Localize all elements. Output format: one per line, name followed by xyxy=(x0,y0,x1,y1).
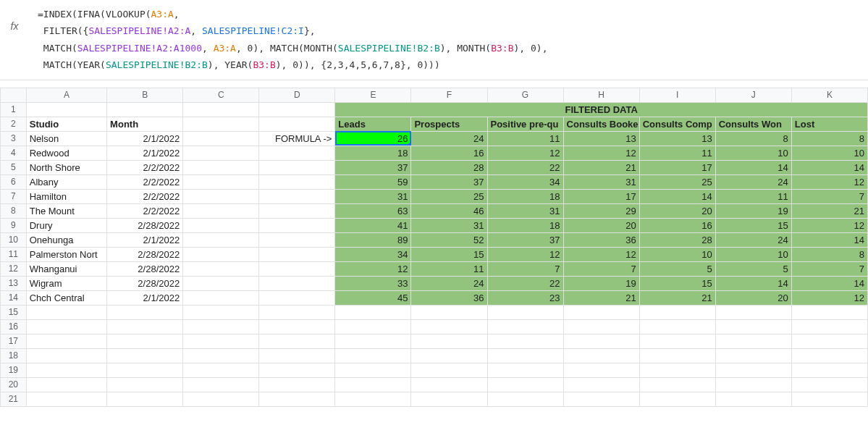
cell-studio[interactable]: Redwood xyxy=(26,146,106,160)
cell-data[interactable]: 45 xyxy=(335,290,411,305)
row-number[interactable]: 18 xyxy=(1,348,27,363)
col-header[interactable]: H xyxy=(563,88,639,102)
cell[interactable] xyxy=(183,247,259,261)
cell-data[interactable]: 15 xyxy=(715,218,791,232)
cell-studio[interactable]: Onehunga xyxy=(26,232,106,247)
cell-data[interactable]: 14 xyxy=(791,160,867,174)
cell-data[interactable]: 20 xyxy=(715,290,791,305)
cell[interactable] xyxy=(259,160,335,174)
cell-data[interactable]: 36 xyxy=(411,290,487,305)
cell-studio[interactable]: Wigram xyxy=(26,276,106,290)
row-number[interactable]: 11 xyxy=(1,247,27,261)
cell[interactable] xyxy=(107,348,183,363)
header-positive-pre-qu[interactable]: Positive pre-qu xyxy=(487,117,563,131)
cell-data[interactable]: 10 xyxy=(715,146,791,160)
cell[interactable] xyxy=(639,377,715,392)
cell-data[interactable]: 16 xyxy=(411,146,487,160)
cell[interactable] xyxy=(335,348,411,363)
cell-studio[interactable]: North Shore xyxy=(26,160,106,174)
cell[interactable] xyxy=(487,305,563,319)
header-prospects[interactable]: Prospects xyxy=(411,117,487,131)
cell-data[interactable]: 63 xyxy=(335,203,411,218)
cell[interactable] xyxy=(183,377,259,392)
cell[interactable] xyxy=(259,189,335,203)
cell[interactable] xyxy=(183,203,259,218)
cell-data[interactable]: 18 xyxy=(335,146,411,160)
cell-data[interactable]: 11 xyxy=(715,189,791,203)
cell-data[interactable]: 8 xyxy=(791,247,867,261)
cell[interactable] xyxy=(183,392,259,406)
cell[interactable] xyxy=(183,131,259,146)
row-number[interactable]: 19 xyxy=(1,363,27,377)
cell-data[interactable]: 37 xyxy=(411,174,487,189)
cell[interactable] xyxy=(335,377,411,392)
cell-data[interactable]: 31 xyxy=(411,218,487,232)
cell-data[interactable]: 24 xyxy=(411,276,487,290)
cell[interactable] xyxy=(715,392,791,406)
formula-text[interactable]: =INDEX(IFNA(VLOOKUP(A3:A, FILTER({SALESP… xyxy=(29,6,868,74)
cell-data[interactable]: 31 xyxy=(563,174,639,189)
cell-data[interactable]: 15 xyxy=(639,276,715,290)
row-number[interactable]: 15 xyxy=(1,305,27,319)
cell-data[interactable]: 18 xyxy=(487,189,563,203)
cell-data[interactable]: 14 xyxy=(715,160,791,174)
cell[interactable] xyxy=(715,363,791,377)
cell-month[interactable]: 2/2/2022 xyxy=(107,203,183,218)
cell[interactable] xyxy=(715,377,791,392)
cell[interactable] xyxy=(563,319,639,334)
cell-data[interactable]: 13 xyxy=(563,131,639,146)
col-header[interactable]: F xyxy=(411,88,487,102)
cell[interactable] xyxy=(791,377,867,392)
formula-arrow-label[interactable]: FORMULA -> xyxy=(259,131,335,146)
row-number[interactable]: 20 xyxy=(1,377,27,392)
cell-data[interactable]: 7 xyxy=(563,261,639,276)
row-number[interactable]: 3 xyxy=(1,131,27,146)
cell-month[interactable]: 2/1/2022 xyxy=(107,290,183,305)
row-number[interactable]: 7 xyxy=(1,189,27,203)
cell-studio[interactable]: Hamilton xyxy=(26,189,106,203)
row-number[interactable]: 14 xyxy=(1,290,27,305)
cell[interactable] xyxy=(183,348,259,363)
cell-data[interactable]: 8 xyxy=(715,131,791,146)
cell[interactable] xyxy=(411,392,487,406)
cell[interactable] xyxy=(259,290,335,305)
cell[interactable] xyxy=(259,392,335,406)
cell-data[interactable]: 14 xyxy=(715,276,791,290)
cell[interactable] xyxy=(715,334,791,348)
cell[interactable] xyxy=(26,102,106,117)
row-number[interactable]: 2 xyxy=(1,117,27,131)
cell-data[interactable]: 12 xyxy=(563,247,639,261)
header-studio[interactable]: Studio xyxy=(26,117,106,131)
cell[interactable] xyxy=(487,392,563,406)
cell-data[interactable]: 37 xyxy=(487,232,563,247)
cell-month[interactable]: 2/28/2022 xyxy=(107,261,183,276)
col-header[interactable]: A xyxy=(26,88,106,102)
cell-data[interactable]: 12 xyxy=(563,146,639,160)
spreadsheet-grid[interactable]: A B C D E F G H I J K 1FILTERED DATA2Stu… xyxy=(0,88,868,407)
cell[interactable] xyxy=(715,348,791,363)
cell[interactable] xyxy=(335,334,411,348)
cell-data[interactable]: 34 xyxy=(487,174,563,189)
cell-data[interactable]: 31 xyxy=(487,203,563,218)
cell[interactable] xyxy=(791,305,867,319)
cell-studio[interactable]: Albany xyxy=(26,174,106,189)
cell[interactable] xyxy=(411,305,487,319)
cell-studio[interactable]: Drury xyxy=(26,218,106,232)
cell[interactable] xyxy=(791,348,867,363)
cell-data[interactable]: 12 xyxy=(791,290,867,305)
cell[interactable] xyxy=(259,276,335,290)
cell[interactable] xyxy=(183,174,259,189)
cell-data[interactable]: 17 xyxy=(639,160,715,174)
cell-data[interactable]: 29 xyxy=(563,203,639,218)
col-header[interactable]: J xyxy=(715,88,791,102)
cell[interactable] xyxy=(26,334,106,348)
cell[interactable] xyxy=(639,363,715,377)
cell[interactable] xyxy=(639,392,715,406)
cell-data[interactable]: 10 xyxy=(791,146,867,160)
formula-bar[interactable]: fx =INDEX(IFNA(VLOOKUP(A3:A, FILTER({SAL… xyxy=(0,0,868,80)
cell-month[interactable]: 2/28/2022 xyxy=(107,247,183,261)
corner-cell[interactable] xyxy=(1,88,27,102)
cell[interactable] xyxy=(183,363,259,377)
cell-data[interactable]: 52 xyxy=(411,232,487,247)
row-number[interactable]: 21 xyxy=(1,392,27,406)
